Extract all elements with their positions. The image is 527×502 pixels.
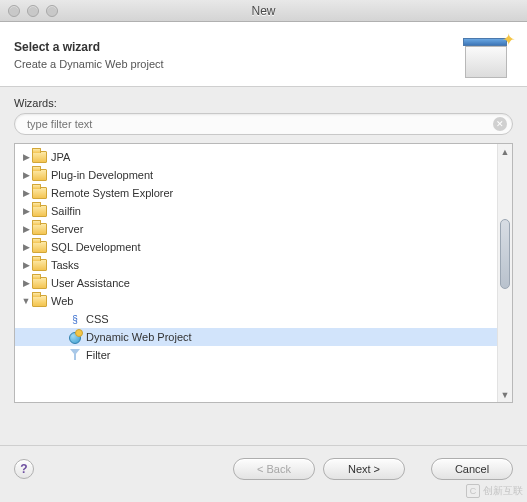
folder-icon bbox=[32, 223, 47, 235]
chevron-right-icon: ▶ bbox=[21, 242, 31, 252]
tree-item-plugin-dev[interactable]: ▶ Plug-in Development bbox=[15, 166, 497, 184]
folder-icon bbox=[32, 277, 47, 289]
scroll-down-icon[interactable]: ▼ bbox=[498, 387, 512, 402]
wizard-banner-icon: ✦ bbox=[453, 32, 513, 78]
scroll-up-icon[interactable]: ▲ bbox=[498, 144, 512, 159]
tree-item-label: Remote System Explorer bbox=[51, 187, 173, 199]
button-bar: ? < Back Next > Cancel bbox=[0, 446, 527, 480]
tree-item-css[interactable]: § CSS bbox=[15, 310, 497, 328]
folder-icon bbox=[32, 205, 47, 217]
tree-item-label: User Assistance bbox=[51, 277, 130, 289]
vertical-scrollbar[interactable]: ▲ ▼ bbox=[497, 144, 512, 402]
folder-icon bbox=[32, 151, 47, 163]
folder-icon bbox=[32, 259, 47, 271]
tree-item-label: SQL Development bbox=[51, 241, 140, 253]
tree-item-filter[interactable]: Filter bbox=[15, 346, 497, 364]
folder-icon bbox=[32, 241, 47, 253]
tree-item-label: JPA bbox=[51, 151, 70, 163]
clear-filter-icon[interactable]: ✕ bbox=[493, 117, 507, 131]
folder-open-icon bbox=[32, 295, 47, 307]
tree-item-label: Server bbox=[51, 223, 83, 235]
scroll-track[interactable] bbox=[498, 159, 512, 387]
chevron-right-icon: ▶ bbox=[21, 188, 31, 198]
tree-item-label: Plug-in Development bbox=[51, 169, 153, 181]
scroll-thumb[interactable] bbox=[500, 219, 510, 289]
folder-icon bbox=[32, 169, 47, 181]
globe-new-icon bbox=[68, 330, 82, 344]
chevron-right-icon: ▶ bbox=[21, 170, 31, 180]
tree-item-user-assistance[interactable]: ▶ User Assistance bbox=[15, 274, 497, 292]
tree-item-label: Web bbox=[51, 295, 73, 307]
window-titlebar: New bbox=[0, 0, 527, 22]
tree-viewport[interactable]: ▶ JPA ▶ Plug-in Development ▶ Remote Sys… bbox=[15, 144, 497, 402]
css-file-icon: § bbox=[68, 312, 82, 326]
chevron-right-icon: ▶ bbox=[21, 260, 31, 270]
help-button[interactable]: ? bbox=[14, 459, 34, 479]
tree-item-label: Tasks bbox=[51, 259, 79, 271]
chevron-right-icon: ▶ bbox=[21, 152, 31, 162]
chevron-right-icon: ▶ bbox=[21, 206, 31, 216]
tree-item-web[interactable]: ▼ Web bbox=[15, 292, 497, 310]
chevron-down-icon: ▼ bbox=[21, 296, 31, 306]
chevron-right-icon: ▶ bbox=[21, 224, 31, 234]
filter-input[interactable] bbox=[14, 113, 513, 135]
tree-item-sailfin[interactable]: ▶ Sailfin bbox=[15, 202, 497, 220]
tree-item-sql-dev[interactable]: ▶ SQL Development bbox=[15, 238, 497, 256]
wizard-header: Select a wizard Create a Dynamic Web pro… bbox=[0, 22, 527, 87]
tree-item-dynamic-web-project[interactable]: Dynamic Web Project bbox=[15, 328, 497, 346]
tree-item-server[interactable]: ▶ Server bbox=[15, 220, 497, 238]
filter-wrap: ✕ bbox=[14, 113, 513, 135]
tree-item-tasks[interactable]: ▶ Tasks bbox=[15, 256, 497, 274]
wizard-heading: Select a wizard bbox=[14, 40, 453, 54]
tree-item-jpa[interactable]: ▶ JPA bbox=[15, 148, 497, 166]
back-button[interactable]: < Back bbox=[233, 458, 315, 480]
watermark: C 创新互联 bbox=[466, 484, 523, 498]
cancel-button[interactable]: Cancel bbox=[431, 458, 513, 480]
tree-item-label: CSS bbox=[86, 313, 109, 325]
wizards-label: Wizards: bbox=[14, 97, 513, 109]
folder-icon bbox=[32, 187, 47, 199]
wizard-tree: ▶ JPA ▶ Plug-in Development ▶ Remote Sys… bbox=[14, 143, 513, 403]
chevron-right-icon: ▶ bbox=[21, 278, 31, 288]
window-title: New bbox=[0, 4, 527, 18]
next-button[interactable]: Next > bbox=[323, 458, 405, 480]
tree-item-label: Sailfin bbox=[51, 205, 81, 217]
tree-item-label: Dynamic Web Project bbox=[86, 331, 192, 343]
wizard-subheading: Create a Dynamic Web project bbox=[14, 58, 453, 70]
funnel-icon bbox=[68, 348, 82, 362]
watermark-text: 创新互联 bbox=[483, 484, 523, 498]
tree-item-remote-system[interactable]: ▶ Remote System Explorer bbox=[15, 184, 497, 202]
tree-item-label: Filter bbox=[86, 349, 110, 361]
